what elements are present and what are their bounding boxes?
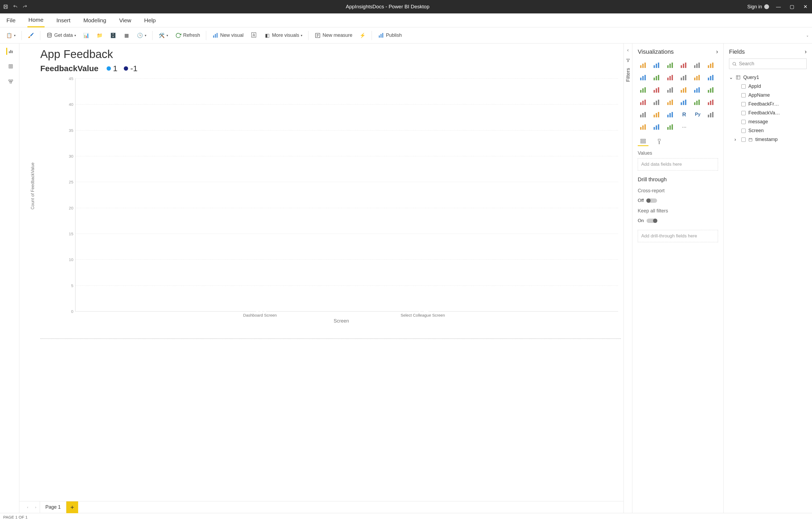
viz-type-more[interactable]: ··· — [678, 121, 690, 132]
signin-button[interactable]: Sign in — [747, 4, 769, 10]
visual-title: App Feedback — [40, 48, 624, 61]
pbi-dataset-button[interactable]: 📁 — [94, 30, 106, 40]
viz-type-clustered-bar[interactable] — [651, 60, 663, 70]
viz-pane-collapse-icon[interactable]: › — [716, 48, 718, 55]
viz-type-line-column-clustered[interactable] — [692, 72, 703, 83]
minimize-icon[interactable]: — — [774, 4, 783, 10]
viz-type-stacked-column-100[interactable] — [705, 60, 717, 70]
excel-source-button[interactable]: 📊 — [80, 30, 92, 40]
format-tab[interactable] — [654, 137, 665, 146]
report-view-button[interactable] — [6, 48, 13, 55]
field-well-tab[interactable] — [638, 137, 648, 146]
ribbon-collapse-icon[interactable]: ⌄ — [806, 33, 809, 37]
viz-type-funnel[interactable] — [651, 84, 663, 95]
field-checkbox[interactable] — [741, 137, 746, 142]
redo-icon[interactable] — [22, 4, 28, 10]
viz-type-pie[interactable] — [678, 84, 690, 95]
menu-file[interactable]: File — [5, 14, 17, 27]
viz-type-gauge[interactable] — [665, 97, 677, 108]
viz-type-filled-map[interactable] — [651, 97, 663, 108]
viz-type-donut[interactable] — [692, 84, 703, 95]
viz-type-slicer[interactable] — [638, 109, 650, 120]
publish-button[interactable]: Publish — [375, 30, 404, 40]
viz-type-r-visual[interactable]: R — [678, 109, 690, 120]
close-icon[interactable]: ✕ — [801, 4, 809, 10]
more-visuals-button[interactable]: ◧ More visuals ▾ — [261, 30, 305, 40]
viz-type-stacked-column[interactable] — [665, 60, 677, 70]
viz-type-paginated[interactable] — [665, 121, 677, 132]
menu-modeling[interactable]: Modeling — [82, 14, 107, 27]
recent-sources-button[interactable]: 🕓▾ — [134, 30, 149, 40]
viz-type-area[interactable] — [651, 72, 663, 83]
menu-home[interactable]: Home — [27, 14, 45, 27]
viz-type-table[interactable] — [651, 109, 663, 120]
field-checkbox[interactable] — [741, 120, 746, 124]
new-measure-button[interactable]: New measure — [312, 30, 355, 40]
viz-type-kpi[interactable] — [705, 97, 717, 108]
viz-type-matrix[interactable] — [665, 109, 677, 120]
values-drop-zone[interactable]: Add data fields here — [638, 158, 718, 171]
field-checkbox[interactable] — [741, 84, 746, 89]
paste-button[interactable]: 📋▾ — [3, 30, 18, 40]
text-box-button[interactable]: 🄰 — [248, 30, 260, 40]
field-item[interactable]: Screen — [729, 126, 807, 135]
data-view-button[interactable] — [6, 63, 13, 70]
field-item[interactable]: AppId — [729, 82, 807, 91]
menu-insert[interactable]: Insert — [55, 14, 72, 27]
quick-measure-button[interactable]: ⚡ — [356, 30, 368, 40]
field-item[interactable]: FeedbackVa… — [729, 109, 807, 117]
viz-type-card[interactable] — [678, 97, 690, 108]
menu-help[interactable]: Help — [143, 14, 157, 27]
viz-type-map[interactable] — [638, 97, 650, 108]
viz-type-stacked-bar-100[interactable] — [692, 60, 703, 70]
viz-type-line-column[interactable] — [678, 72, 690, 83]
field-item[interactable]: FeedbackFr… — [729, 100, 807, 109]
sql-source-button[interactable]: 🗄️ — [107, 30, 119, 40]
viz-type-stacked-bar[interactable] — [638, 60, 650, 70]
field-item[interactable]: ›timestamp — [729, 135, 807, 144]
viz-type-waterfall[interactable] — [638, 84, 650, 95]
cross-report-toggle[interactable] — [646, 199, 657, 203]
fields-pane-collapse-icon[interactable]: › — [805, 48, 807, 55]
page-tab-1[interactable]: Page 1 — [40, 501, 66, 513]
get-data-button[interactable]: Get data ▾ — [44, 30, 79, 40]
page-next-button[interactable]: › — [32, 503, 40, 511]
viz-type-ribbon[interactable] — [705, 72, 717, 83]
field-checkbox[interactable] — [741, 102, 746, 106]
keep-filters-toggle[interactable] — [647, 219, 657, 223]
new-visual-button[interactable]: New visual — [209, 30, 246, 40]
model-view-button[interactable] — [6, 78, 13, 85]
enter-data-button[interactable]: ▦ — [120, 30, 132, 40]
field-checkbox[interactable] — [741, 129, 746, 133]
filters-funnel-icon[interactable] — [626, 58, 630, 63]
viz-type-py-visual[interactable]: Py — [692, 109, 703, 120]
viz-type-decomposition[interactable] — [638, 121, 650, 132]
undo-icon[interactable] — [13, 4, 18, 10]
fields-search-input[interactable]: Search — [729, 59, 807, 69]
field-item[interactable]: AppName — [729, 91, 807, 100]
save-icon[interactable] — [3, 4, 8, 10]
viz-type-key-influencers[interactable] — [705, 109, 717, 120]
viz-type-treemap[interactable] — [705, 84, 717, 95]
menu-view[interactable]: View — [118, 14, 132, 27]
add-page-button[interactable]: + — [66, 501, 78, 513]
viz-type-stacked-area[interactable] — [665, 72, 677, 83]
viz-type-scatter[interactable] — [665, 84, 677, 95]
maximize-icon[interactable]: ▢ — [788, 4, 796, 10]
field-item[interactable]: message — [729, 117, 807, 126]
page-prev-button[interactable]: ‹ — [24, 503, 32, 511]
transform-data-button[interactable]: 🛠️▾ — [156, 30, 171, 40]
field-checkbox[interactable] — [741, 111, 746, 115]
format-painter-button[interactable]: 🖌️ — [25, 30, 37, 40]
viz-type-line[interactable] — [638, 72, 650, 83]
viz-type-clustered-column[interactable] — [678, 60, 690, 70]
viz-type-multi-card[interactable] — [692, 97, 703, 108]
sql-icon: 🗄️ — [110, 32, 116, 39]
refresh-button[interactable]: Refresh — [172, 30, 203, 40]
report-canvas[interactable]: App Feedback FeedbackValue 1 -1 Count of… — [19, 44, 624, 501]
drill-fields-drop-zone[interactable]: Add drill-through fields here — [638, 230, 718, 242]
table-node[interactable]: ⌄ Query1 — [729, 73, 807, 82]
viz-type-qna[interactable] — [651, 121, 663, 132]
field-checkbox[interactable] — [741, 93, 746, 97]
filters-expand-icon[interactable]: ‹ — [627, 47, 629, 53]
